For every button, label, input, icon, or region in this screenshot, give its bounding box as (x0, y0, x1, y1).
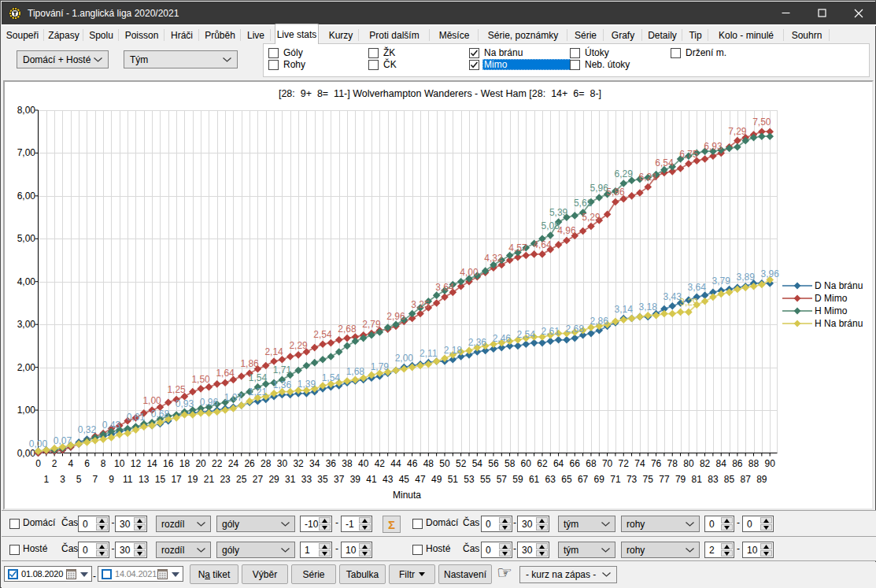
spin-down-button[interactable] (721, 524, 733, 531)
value-to-spinner-guest-corners[interactable]: 10 (742, 542, 774, 558)
date-dropdown-arrow[interactable] (172, 572, 179, 577)
spin-value[interactable]: 10 (743, 542, 760, 557)
tab-detaily[interactable]: Detaily (642, 27, 682, 44)
tab-pr-b-h[interactable]: Průběh (199, 27, 241, 44)
spin-value[interactable]: 0 (482, 542, 498, 557)
filter-checkbox-guest-corners[interactable] (412, 545, 423, 555)
stat-checkbox-g-ly[interactable]: Góly (268, 47, 303, 58)
checkbox-box[interactable] (268, 60, 279, 70)
spin-up-button[interactable] (499, 517, 511, 523)
spin-down-button[interactable] (721, 550, 733, 557)
date-to-picker[interactable]: 14.04.2021 (98, 566, 183, 582)
tab-live[interactable]: Live (241, 27, 271, 44)
stat-combo-home-goals[interactable]: góly (216, 516, 295, 532)
spin-value[interactable]: 0 (482, 516, 498, 531)
stat-checkbox--k[interactable]: ČK (368, 59, 397, 70)
date-dropdown-arrow[interactable] (80, 572, 88, 577)
sigma-button[interactable]: Σ (383, 516, 401, 533)
close-button[interactable] (841, 2, 876, 24)
stat-combo-guest-goals[interactable]: góly (216, 542, 295, 558)
tab-soupe-i[interactable]: Soupeři (1, 27, 44, 44)
tabulka-button[interactable]: Tabulka (339, 564, 386, 584)
value-from-spinner-guest-corners[interactable]: 2 (704, 542, 734, 558)
filter-checkbox-home-goals[interactable] (9, 519, 20, 529)
value-from-spinner-home-goals[interactable]: -10 (300, 516, 332, 532)
spin-up-button[interactable] (134, 543, 146, 549)
spin-up-button[interactable] (96, 517, 108, 523)
time-to-spinner-home-corners[interactable]: 30 (517, 516, 549, 532)
spin-value[interactable]: -1 (342, 516, 358, 531)
checkbox-box[interactable] (570, 48, 580, 58)
spin-down-button[interactable] (359, 524, 371, 531)
value-to-spinner-home-goals[interactable]: -1 (341, 516, 372, 532)
date-to-checkbox[interactable] (102, 569, 112, 579)
stat-combo-home-corners[interactable]: rohy (621, 516, 700, 532)
live-stats-chart[interactable]: 0,001,002,003,004,005,006,007,008,000123… (5, 82, 872, 508)
time-to-spinner-guest-corners[interactable]: 30 (517, 542, 549, 558)
spin-down-button[interactable] (319, 550, 331, 557)
date-to-value[interactable]: 14.04.2021 (115, 569, 157, 579)
spin-value[interactable]: 30 (518, 516, 535, 531)
spin-value[interactable]: 2 (705, 542, 720, 557)
tab-hr-i[interactable]: Hráči (164, 27, 199, 44)
value-from-spinner-guest-goals[interactable]: 1 (300, 542, 332, 558)
time-from-spinner-guest-goals[interactable]: 0 (78, 542, 109, 558)
kind-combo-guest-corners[interactable]: tým (558, 542, 615, 558)
time-to-spinner-guest-goals[interactable]: 30 (115, 542, 147, 558)
spin-down-button[interactable] (96, 524, 108, 531)
time-from-spinner-guest-corners[interactable]: 0 (481, 542, 512, 558)
spin-value[interactable]: 1 (301, 542, 318, 557)
entity-combo[interactable]: Tým (124, 50, 238, 68)
stat-checkbox-na-br-nu[interactable]: Na bránu (469, 47, 523, 58)
kind-combo-home-goals[interactable]: rozdíl (156, 516, 211, 532)
filter-checkbox-home-corners[interactable] (412, 519, 423, 529)
tab-kurzy[interactable]: Kurzy (323, 27, 359, 44)
time-to-spinner-home-goals[interactable]: 30 (115, 516, 147, 532)
checkbox-box[interactable] (671, 48, 681, 58)
date-from-checkbox[interactable] (8, 569, 18, 579)
vyber-button[interactable]: Výběr (242, 564, 288, 584)
spin-up-button[interactable] (319, 517, 331, 523)
spin-up-button[interactable] (319, 543, 331, 549)
stat-checkbox-mimo[interactable]: Mimo (469, 59, 571, 70)
spin-down-button[interactable] (536, 524, 548, 531)
tab-s-rie-pozn-mky[interactable]: Série, poznámky (479, 27, 567, 44)
filter-checkbox-guest-goals[interactable] (9, 545, 20, 555)
spin-up-button[interactable] (96, 543, 108, 549)
tab-souhrn[interactable]: Souhrn (784, 27, 830, 44)
checkbox-box[interactable] (368, 48, 379, 58)
spin-up-button[interactable] (134, 517, 146, 523)
checkbox-box[interactable] (469, 60, 479, 70)
checkbox-box[interactable] (570, 60, 580, 70)
checkbox-box[interactable] (268, 48, 279, 58)
tab-m-s-ce[interactable]: Měsíce (430, 27, 479, 44)
minimize-button[interactable] (768, 2, 804, 24)
spin-value[interactable]: 30 (116, 516, 133, 531)
tab-tip[interactable]: Tip (682, 27, 708, 44)
filtr-button[interactable]: Filtr (389, 564, 435, 584)
tab-grafy[interactable]: Grafy (604, 27, 642, 44)
stat-checkbox--toky[interactable]: Útoky (570, 47, 609, 58)
na-tiket-button[interactable]: Na tiket (190, 564, 238, 584)
date-from-value[interactable]: 01.08.2020 (21, 569, 63, 579)
spin-down-button[interactable] (499, 524, 511, 531)
spin-value[interactable]: 0 (79, 516, 95, 531)
kind-combo-home-corners[interactable]: tým (558, 516, 615, 532)
spin-up-button[interactable] (359, 517, 371, 523)
time-from-spinner-home-goals[interactable]: 0 (78, 516, 109, 532)
spin-down-button[interactable] (134, 550, 146, 557)
value-to-spinner-home-corners[interactable]: 0 (742, 516, 774, 532)
value-to-spinner-guest-goals[interactable]: 10 (341, 542, 372, 558)
spin-down-button[interactable] (499, 550, 511, 557)
spin-down-button[interactable] (536, 550, 548, 557)
spin-value[interactable]: 0 (705, 516, 720, 531)
spin-value[interactable]: 0 (743, 516, 760, 531)
tab-poisson[interactable]: Poisson (119, 27, 164, 44)
spin-value[interactable]: 10 (342, 542, 358, 557)
stat-combo-guest-corners[interactable]: rohy (621, 542, 700, 558)
tab-spolu[interactable]: Spolu (83, 27, 119, 44)
side-filter-combo[interactable]: Domácí + Hosté (17, 50, 109, 68)
time-from-spinner-home-corners[interactable]: 0 (481, 516, 512, 532)
kind-combo-guest-goals[interactable]: rozdíl (156, 542, 211, 558)
spin-up-button[interactable] (721, 543, 733, 549)
